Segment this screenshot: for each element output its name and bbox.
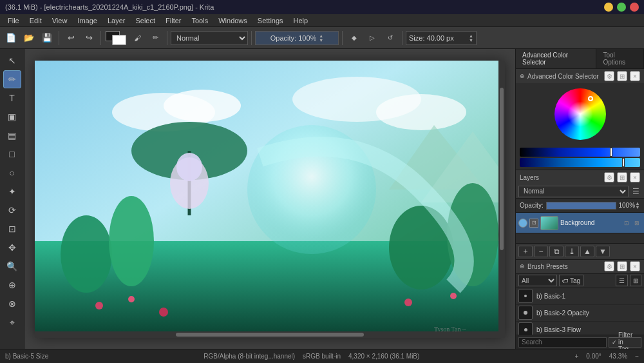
rect-tool[interactable]: □: [3, 145, 21, 163]
canvas-area[interactable]: Tyson Tan ~: [24, 49, 515, 349]
menu-view[interactable]: View: [47, 15, 73, 26]
brush-list-view-button[interactable]: ☰: [616, 275, 628, 286]
path-tool[interactable]: ✦: [3, 182, 21, 201]
zoom-plus-icon[interactable]: +: [574, 353, 578, 360]
layer-action-2[interactable]: ⊠: [632, 219, 641, 228]
opacity-up-arrow[interactable]: ▲: [319, 34, 323, 38]
layer-row[interactable]: ⊡ Background ⊡ ⊠: [516, 213, 644, 233]
fill-tool[interactable]: ▣: [3, 108, 21, 126]
new-button[interactable]: 📄: [3, 30, 19, 46]
brush-settings-panel-button[interactable]: ⚙: [604, 261, 614, 271]
move-tool[interactable]: ✥: [3, 239, 21, 257]
remove-layer-button[interactable]: −: [534, 246, 548, 257]
hue-thumb[interactable]: [610, 148, 612, 157]
save-button[interactable]: 💾: [39, 30, 55, 46]
saturation-bar[interactable]: [520, 158, 640, 167]
transform-tool[interactable]: ⟳: [3, 201, 21, 219]
smudge-tool[interactable]: ⊗: [3, 295, 21, 313]
minimize-button[interactable]: [604, 3, 613, 12]
hue-bar[interactable]: [520, 148, 640, 157]
ellipse-tool[interactable]: ○: [3, 164, 21, 182]
opacity-down-arrow[interactable]: ▼: [319, 38, 323, 43]
brush-item-2[interactable]: b) Basic-2 Opacity: [516, 305, 644, 322]
brush-filter-select[interactable]: All: [518, 275, 557, 286]
canvas[interactable]: Tyson Tan ~: [35, 61, 505, 338]
menu-help[interactable]: Help: [289, 15, 314, 26]
close-button[interactable]: [630, 3, 639, 12]
redo-button[interactable]: ↪: [80, 30, 97, 46]
panel-close-button[interactable]: ×: [630, 71, 640, 81]
menu-edit[interactable]: Edit: [24, 15, 47, 26]
merge-layer-button[interactable]: ⤓: [565, 246, 579, 257]
color-wheel-cursor[interactable]: [588, 96, 593, 101]
layers-expand-button[interactable]: ⊞: [617, 172, 627, 182]
tab-tool-options[interactable]: Tool Options: [596, 49, 644, 68]
crop-tool[interactable]: ⊡: [3, 220, 21, 238]
size-control[interactable]: Size: 40.00 px ▲ ▼: [406, 31, 477, 45]
brush-close-button[interactable]: ×: [630, 261, 640, 271]
size-arrows[interactable]: ▲ ▼: [469, 34, 473, 43]
menu-image[interactable]: Image: [72, 15, 102, 26]
opacity-control[interactable]: Opacity: 100% ▲ ▼: [255, 31, 339, 45]
size-up-arrow[interactable]: ▲: [469, 34, 473, 38]
layers-opacity-arrows[interactable]: ▲ ▼: [635, 202, 640, 210]
select-tool[interactable]: ↖: [3, 52, 21, 70]
foreground-background-colors[interactable]: [104, 30, 128, 46]
layer-alpha-lock[interactable]: ⊡: [529, 219, 538, 228]
opacity-down[interactable]: ▼: [635, 206, 640, 210]
layers-close-button[interactable]: ×: [630, 172, 640, 182]
brush-tool[interactable]: ✏: [3, 70, 21, 88]
zoom-bar[interactable]: −: [635, 353, 639, 360]
layers-opacity-bar[interactable]: [546, 202, 616, 210]
opacity-arrows[interactable]: ▲ ▼: [319, 34, 323, 43]
color-wheel[interactable]: [554, 88, 606, 140]
saturation-thumb[interactable]: [622, 158, 625, 167]
gradient-tool[interactable]: ▤: [3, 126, 21, 144]
undo-button[interactable]: ↩: [62, 30, 79, 46]
brush-type-button[interactable]: ✏: [147, 30, 164, 46]
freehand-select-tool[interactable]: ⌖: [3, 313, 21, 331]
menu-layer[interactable]: Layer: [102, 15, 131, 26]
text-tool[interactable]: T: [3, 89, 21, 107]
maximize-button[interactable]: [617, 3, 626, 12]
menu-tools[interactable]: Tools: [187, 15, 214, 26]
layers-blend-mode-select[interactable]: Normal: [518, 186, 629, 197]
vertical-scrollbar[interactable]: [498, 61, 505, 331]
panel-settings-button[interactable]: ⚙: [604, 71, 614, 81]
menu-select[interactable]: Select: [130, 15, 160, 26]
background-color[interactable]: [112, 35, 126, 45]
horizontal-scrollbar[interactable]: [35, 331, 505, 338]
brush-item-1[interactable]: b) Basic-1: [516, 288, 644, 305]
brush-preset-button[interactable]: ▷: [364, 30, 381, 46]
panel-expand-button[interactable]: ⊞: [617, 71, 627, 81]
menu-file[interactable]: File: [3, 15, 24, 26]
brush-refresh-button[interactable]: ↺: [382, 30, 399, 46]
eyedropper-tool[interactable]: ⊕: [3, 276, 21, 294]
duplicate-layer-button[interactable]: ⧉: [549, 246, 564, 257]
tab-advanced-color[interactable]: Advanced Color Selector: [516, 49, 596, 68]
move-layer-down-button[interactable]: ▼: [596, 246, 610, 257]
brush-expand-button[interactable]: ⊞: [617, 261, 627, 271]
horizontal-scroll-thumb[interactable]: [176, 333, 364, 337]
vertical-scroll-thumb[interactable]: [500, 88, 504, 250]
brush-tag-button[interactable]: 🏷 Tag: [559, 275, 583, 286]
color-wheel-container[interactable]: [516, 83, 644, 145]
add-layer-button[interactable]: +: [518, 246, 533, 257]
brush-search-input[interactable]: [518, 337, 607, 348]
filter-in-tag-button[interactable]: ✓ Filter in Tag...: [609, 337, 641, 348]
move-layer-up-button[interactable]: ▲: [580, 246, 594, 257]
brush-grid-view-button[interactable]: ⊞: [630, 275, 641, 286]
menu-windows[interactable]: Windows: [213, 15, 252, 26]
brush-shape-button[interactable]: ◆: [346, 30, 363, 46]
size-down-arrow[interactable]: ▼: [469, 38, 473, 43]
menu-filter[interactable]: Filter: [160, 15, 186, 26]
zoom-tool[interactable]: 🔍: [3, 257, 21, 275]
menu-settings[interactable]: Settings: [252, 15, 289, 26]
layers-filter-button[interactable]: ☰: [630, 186, 641, 197]
layer-action-1[interactable]: ⊡: [622, 219, 631, 228]
open-button[interactable]: 📂: [21, 30, 37, 46]
layers-settings-button[interactable]: ⚙: [604, 172, 614, 182]
brush-settings-button[interactable]: 🖌: [129, 30, 146, 46]
layer-visibility-toggle[interactable]: [518, 219, 527, 228]
blend-mode-select[interactable]: Normal: [171, 31, 248, 45]
